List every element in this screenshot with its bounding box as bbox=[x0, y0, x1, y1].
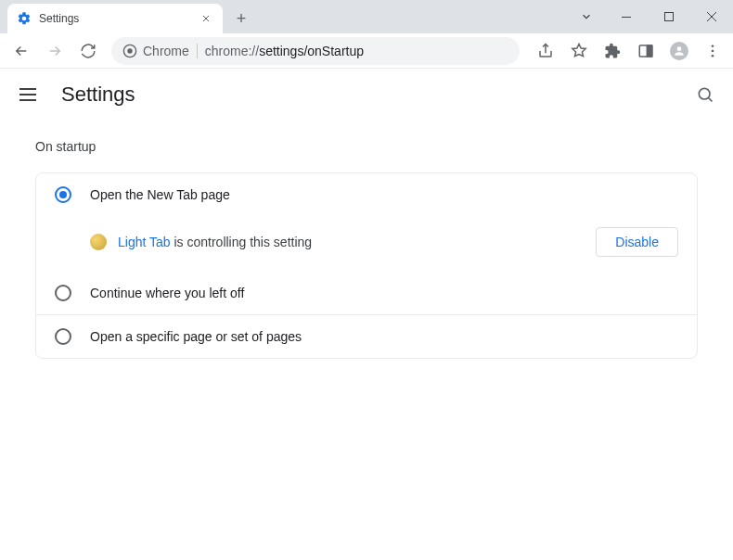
share-icon[interactable] bbox=[531, 37, 560, 65]
chevron-down-icon[interactable] bbox=[568, 0, 605, 33]
extension-favicon bbox=[90, 234, 107, 250]
settings-header: Settings bbox=[0, 69, 733, 121]
back-button[interactable] bbox=[6, 37, 37, 65]
svg-rect-0 bbox=[622, 17, 631, 18]
security-label: Chrome bbox=[143, 44, 189, 58]
toolbar-icons bbox=[531, 37, 727, 65]
forward-button[interactable] bbox=[39, 37, 71, 65]
bookmark-star-icon[interactable] bbox=[564, 37, 594, 65]
search-icon[interactable] bbox=[694, 85, 716, 104]
svg-point-3 bbox=[127, 48, 132, 53]
controlling-extension-row: Light Tab is controlling this setting Di… bbox=[36, 216, 697, 272]
option-label: Open the New Tab page bbox=[90, 187, 230, 202]
side-panel-icon[interactable] bbox=[631, 37, 661, 65]
svg-rect-1 bbox=[665, 13, 674, 21]
new-tab-button[interactable]: + bbox=[228, 6, 254, 32]
chrome-badge: Chrome bbox=[122, 44, 189, 58]
browser-titlebar: Settings + bbox=[0, 0, 733, 33]
svg-point-7 bbox=[712, 49, 714, 52]
settings-content: On startup Open the New Tab page Light T… bbox=[0, 121, 733, 377]
option-label: Open a specific page or set of pages bbox=[90, 329, 302, 344]
option-label: Continue where you left off bbox=[90, 286, 244, 300]
window-minimize-button[interactable] bbox=[605, 0, 648, 33]
option-continue[interactable]: Continue where you left off bbox=[36, 272, 697, 314]
close-icon[interactable] bbox=[199, 11, 213, 26]
window-close-button[interactable] bbox=[690, 0, 733, 33]
omnibox[interactable]: Chrome chrome://settings/onStartup bbox=[111, 37, 520, 65]
browser-toolbar: Chrome chrome://settings/onStartup bbox=[0, 33, 733, 69]
svg-point-6 bbox=[712, 45, 714, 47]
extensions-icon[interactable] bbox=[598, 37, 627, 65]
radio-icon[interactable] bbox=[55, 186, 71, 203]
svg-rect-5 bbox=[648, 45, 652, 57]
menu-icon[interactable] bbox=[17, 83, 39, 106]
svg-point-8 bbox=[712, 54, 714, 57]
disable-button[interactable]: Disable bbox=[596, 227, 678, 257]
window-controls bbox=[568, 0, 733, 33]
browser-tab[interactable]: Settings bbox=[7, 4, 223, 33]
radio-icon[interactable] bbox=[55, 285, 71, 301]
kebab-menu-icon[interactable] bbox=[698, 37, 727, 65]
reload-button[interactable] bbox=[72, 37, 104, 65]
extension-link[interactable]: Light Tab bbox=[118, 235, 171, 249]
section-label: On startup bbox=[35, 139, 698, 154]
page-title: Settings bbox=[61, 83, 672, 107]
controlling-text: Light Tab is controlling this setting bbox=[118, 235, 312, 249]
startup-card: Open the New Tab page Light Tab is contr… bbox=[35, 172, 698, 359]
option-new-tab[interactable]: Open the New Tab page bbox=[36, 173, 697, 216]
window-maximize-button[interactable] bbox=[648, 0, 690, 33]
profile-avatar[interactable] bbox=[664, 37, 694, 65]
svg-point-9 bbox=[699, 88, 710, 99]
gear-icon bbox=[17, 11, 32, 26]
omnibox-divider bbox=[197, 44, 198, 58]
radio-icon[interactable] bbox=[55, 328, 71, 345]
url-text: chrome://settings/onStartup bbox=[205, 44, 364, 58]
option-specific-pages[interactable]: Open a specific page or set of pages bbox=[36, 314, 697, 358]
tab-title: Settings bbox=[39, 12, 191, 25]
